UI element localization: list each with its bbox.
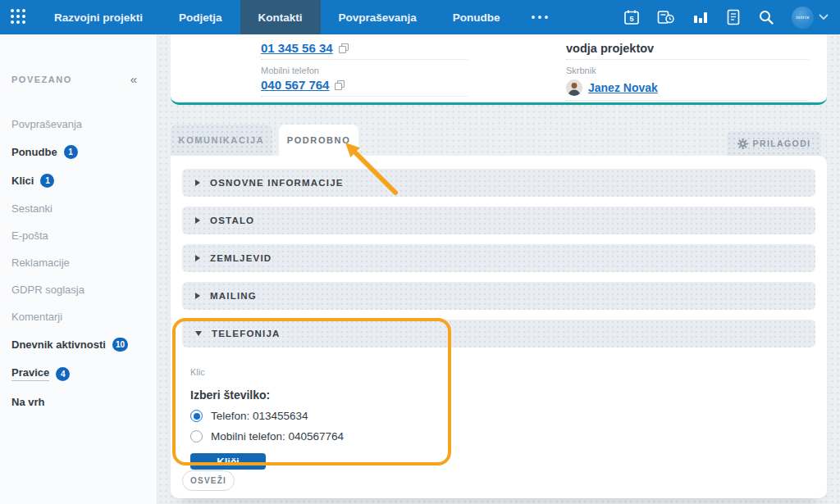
count-badge: 1 [40, 174, 54, 188]
copy-phone-button[interactable] [339, 43, 349, 53]
grid-icon [10, 8, 26, 27]
refresh-button[interactable]: OSVEŽI [182, 470, 235, 491]
divider [261, 59, 468, 60]
sidebar-item-reklamacije[interactable]: Reklamacije [0, 249, 157, 276]
chevron-down-icon [819, 14, 829, 20]
topbar-actions: 5 [623, 0, 829, 34]
accordion-zemljevid[interactable]: ZEMLJEVID [182, 244, 815, 272]
sidebar-title: POVEZANO [11, 75, 72, 84]
triangle-down-icon [195, 331, 202, 336]
choose-number-label: Izberi številko: [190, 388, 344, 402]
sidebar-item-gdpr-soglasja[interactable]: GDPR soglasja [0, 276, 157, 303]
owner-link[interactable]: Janez Novak [588, 81, 658, 94]
divider [566, 100, 809, 101]
ellipsis-icon [532, 16, 535, 19]
reports-button[interactable] [692, 9, 709, 25]
tab-podrobno[interactable]: PODROBNO [279, 125, 358, 156]
count-badge: 4 [56, 367, 70, 381]
accordion-ostalo[interactable]: OSTALO [182, 207, 815, 234]
call-field-label: Klic [190, 367, 344, 377]
search-button[interactable] [758, 9, 774, 25]
sidebar-item-sestanki[interactable]: Sestanki [0, 195, 157, 222]
nav-item-ponudbe[interactable]: Ponudbe [435, 0, 518, 34]
count-badge: 1 [64, 145, 78, 159]
profile-menu-button[interactable]: intrix [792, 7, 829, 29]
nav-item-razvojni-projekti[interactable]: Razvojni projekti [36, 0, 161, 34]
top-navigation-bar: Razvojni projekti Podjetja Kontakti Povp… [0, 0, 840, 34]
radio-unselected-icon [190, 430, 203, 443]
sidebar-item-klici[interactable]: Klici1 [0, 166, 157, 195]
divider [566, 59, 809, 60]
bar-chart-icon [692, 9, 709, 25]
radio-option-mobilni-telefon[interactable]: Mobilni telefon: 040567764 [190, 430, 344, 443]
accordion-mailing[interactable]: MAILING [182, 282, 815, 310]
calendar-day-number: 5 [629, 15, 633, 23]
radio-selected-icon [190, 410, 203, 422]
profile-label: intrix [796, 15, 809, 20]
owner-avatar [566, 79, 582, 96]
copy-icon [339, 43, 349, 53]
gear-icon [737, 138, 748, 149]
main-nav: Razvojni projekti Podjetja Kontakti Povp… [36, 0, 561, 34]
sidebar-item-pravice[interactable]: Pravice4 [0, 359, 157, 388]
sidebar-list: Povpraševanja Ponudbe1 Klici1 Sestanki E… [0, 111, 157, 415]
document-icon [726, 9, 741, 25]
app-grid-button[interactable] [0, 0, 36, 34]
count-badge: 10 [112, 338, 128, 352]
contact-header-card: 01 345 56 34 Mobilni telefon 040 567 764 [171, 34, 827, 105]
owner-field-label: Skrbnik [566, 66, 809, 75]
mobile-field-label: Mobilni telefon [261, 66, 468, 75]
sidebar-item-dnevnik-aktivnosti[interactable]: Dnevnik aktivnosti10 [0, 330, 157, 359]
triangle-right-icon [195, 293, 200, 299]
related-sidebar: POVEZANO « Povpraševanja Ponudbe1 Klici1… [0, 34, 158, 504]
calendar-icon: 5 [623, 9, 640, 25]
avatar: intrix [792, 7, 814, 29]
divider [261, 96, 468, 97]
triangle-right-icon [195, 255, 200, 261]
outlook-icon [657, 9, 675, 25]
contact-role: vodja projektov [566, 42, 809, 55]
copy-icon [335, 80, 345, 90]
details-panel: OSNOVNE INFORMACIJE OSTALO ZEMLJEVID MAI… [171, 156, 827, 498]
nav-item-kontakti[interactable]: Kontakti [240, 0, 321, 34]
nav-more-menu[interactable] [518, 0, 561, 34]
search-icon [758, 9, 774, 25]
phone-link[interactable]: 01 345 56 34 [261, 41, 333, 55]
accordion-telefonija[interactable]: TELEFONIJA [182, 320, 815, 347]
radio-option-telefon[interactable]: Telefon: 013455634 [190, 410, 344, 422]
mobile-link[interactable]: 040 567 764 [261, 78, 329, 92]
customize-button[interactable]: PRILAGODI [727, 131, 821, 156]
sidebar-item-povprasevanja[interactable]: Povpraševanja [0, 111, 157, 138]
call-button[interactable]: Kliči [190, 453, 266, 470]
sidebar-collapse-button[interactable]: « [130, 72, 137, 86]
sidebar-item-komentarji[interactable]: Komentarji [0, 303, 157, 330]
copy-mobile-button[interactable] [335, 80, 345, 90]
nav-item-podjetja[interactable]: Podjetja [161, 0, 240, 34]
main-content: 01 345 56 34 Mobilni telefon 040 567 764 [158, 34, 840, 504]
triangle-right-icon [195, 179, 200, 186]
outlook-button[interactable] [657, 9, 675, 25]
calendar-button[interactable]: 5 [623, 9, 640, 25]
sidebar-item-eposta[interactable]: E-pošta [0, 222, 157, 249]
tab-komunikacija[interactable]: KOMUNIKACIJA [171, 125, 272, 156]
accordion-osnovne-informacije[interactable]: OSNOVNE INFORMACIJE [182, 169, 815, 197]
sidebar-item-na-vrh[interactable]: Na vrh [0, 388, 157, 415]
sidebar-item-ponudbe[interactable]: Ponudbe1 [0, 138, 157, 166]
telephony-section: Klic Izberi številko: Telefon: 013455634… [190, 367, 344, 470]
nav-item-povprasevanja[interactable]: Povpraševanja [321, 0, 435, 34]
documents-button[interactable] [726, 9, 741, 25]
triangle-right-icon [195, 217, 200, 224]
person-icon [566, 79, 582, 96]
